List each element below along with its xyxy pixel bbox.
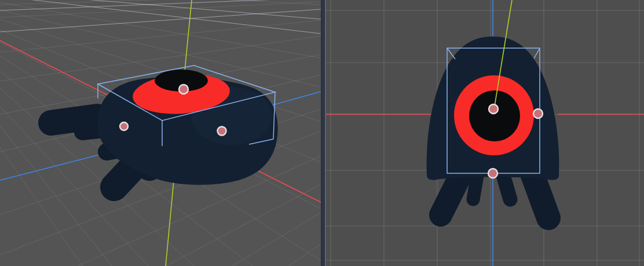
viewport-front[interactable] [326, 0, 644, 266]
scale-handle-left[interactable] [120, 122, 128, 130]
viewport-perspective[interactable] [0, 0, 321, 266]
scale-handle-top[interactable] [179, 85, 188, 94]
scene-editor-split-view [0, 0, 644, 266]
creature-pupil [469, 90, 520, 141]
scale-handle-bottom[interactable] [488, 169, 497, 178]
scale-handle-front[interactable] [218, 127, 226, 136]
scale-handle-center[interactable] [489, 104, 498, 114]
viewport-divider[interactable] [321, 0, 326, 266]
scale-handle-right[interactable] [533, 109, 543, 118]
